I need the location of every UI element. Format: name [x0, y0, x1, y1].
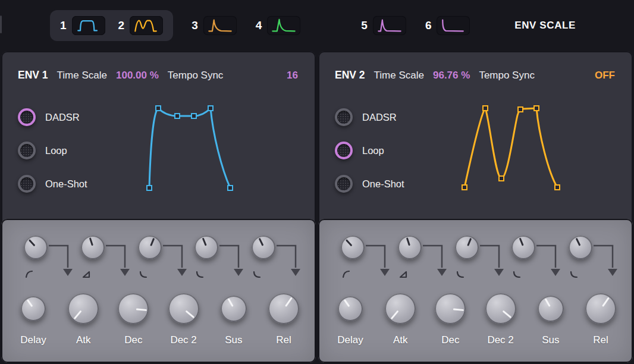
env-tab-group-1-2: 1 2: [50, 10, 173, 41]
env2-knob-section: DelayAtkDecDec 2SusRel: [318, 219, 633, 363]
env-tab-5[interactable]: 5: [357, 14, 410, 37]
env-tab-group-3-4: 3 4: [187, 14, 305, 37]
dec-knob[interactable]: [435, 293, 466, 324]
flow-arrow-icon: [162, 243, 188, 278]
env-tab-4[interactable]: 4: [252, 14, 305, 37]
curve-knob-4[interactable]: [194, 236, 218, 259]
env-4-thumbnail: [267, 16, 300, 35]
curve-knob-4[interactable]: [511, 236, 535, 259]
mode-label: Loop: [45, 145, 67, 156]
radio-icon[interactable]: [18, 108, 36, 126]
sus-knob[interactable]: [221, 296, 247, 322]
stage-knob-unit: Sus: [526, 290, 576, 346]
flow-arrow-icon: [592, 243, 619, 278]
knob-label: Sus: [225, 334, 242, 346]
knob-label: Rel: [276, 334, 291, 346]
env2-panel: ENV 2 Time Scale 96.76 % Tempo Sync OFF …: [318, 51, 633, 363]
stage-knob-unit: Delay: [8, 290, 58, 346]
time-scale-label: Time Scale: [374, 70, 424, 81]
flow-arrow-icon: [535, 243, 561, 278]
env-tab-group-5-6: 5 6: [357, 14, 474, 37]
env1-mode-list: DADSRLoopOne-Shot: [18, 108, 87, 193]
radio-icon[interactable]: [335, 175, 353, 193]
knob-label: Dec: [124, 334, 142, 346]
curve-knob-2[interactable]: [398, 236, 422, 259]
curve-knob-1[interactable]: [341, 236, 365, 259]
time-scale-value[interactable]: 96.76 %: [433, 70, 470, 81]
mode-dadsr[interactable]: DADSR: [335, 108, 404, 126]
envelope-panels: ENV 1 Time Scale 100.00 % Tempo Sync 16 …: [0, 51, 634, 363]
edge-tick: [0, 15, 2, 33]
flow-arrow-icon: [48, 243, 74, 278]
curve-knob-unit-3: [451, 232, 505, 296]
envelope-display[interactable]: [454, 98, 563, 200]
curve-knob-3[interactable]: [455, 236, 479, 259]
knob-label: Delay: [337, 334, 363, 346]
env-tab-3[interactable]: 3: [187, 14, 241, 37]
sus-knob[interactable]: [538, 296, 564, 322]
env-tab-6-number: 6: [425, 19, 432, 32]
curve-knob-2[interactable]: [81, 236, 105, 259]
mode-label: Loop: [362, 145, 384, 156]
tempo-sync-label: Tempo Sync: [479, 70, 535, 81]
stage-knob-unit: Dec: [108, 290, 158, 346]
curve-knob-5[interactable]: [252, 236, 275, 259]
radio-icon[interactable]: [335, 142, 353, 159]
curve-down-icon: [513, 270, 521, 278]
envelope-tab-bar: 1 2 3 4 5 6 ENV SCALE: [0, 0, 634, 51]
curve-down-icon: [196, 270, 204, 278]
curve-knob-3[interactable]: [138, 236, 162, 259]
radio-icon[interactable]: [335, 108, 353, 126]
flow-arrow-icon: [218, 243, 244, 278]
delay-knob[interactable]: [338, 296, 363, 321]
curve-up-icon: [25, 270, 33, 278]
env2-header: ENV 2 Time Scale 96.76 % Tempo Sync OFF: [318, 51, 633, 81]
env-tab-6[interactable]: 6: [421, 14, 475, 37]
knob-label: Atk: [393, 334, 408, 346]
dec-2-knob[interactable]: [168, 293, 199, 324]
atk-knob[interactable]: [385, 293, 416, 324]
curve-knob-unit-4: [191, 232, 244, 296]
flow-arrow-icon: [479, 243, 505, 278]
time-scale-value[interactable]: 100.00 %: [116, 70, 159, 81]
flow-arrow-icon: [365, 243, 391, 278]
curve-knob-unit-4: [508, 232, 561, 296]
mode-dadsr[interactable]: DADSR: [18, 108, 87, 126]
mode-one-shot[interactable]: One-Shot: [335, 175, 404, 193]
mode-label: One-Shot: [45, 178, 87, 190]
env-1-thumbnail: [72, 16, 105, 35]
dec-2-knob[interactable]: [485, 293, 516, 324]
radio-icon[interactable]: [18, 142, 36, 159]
dec-knob[interactable]: [118, 293, 149, 324]
rel-knob[interactable]: [268, 293, 299, 324]
tempo-sync-value[interactable]: 16: [287, 70, 298, 81]
envelope-display[interactable]: [137, 98, 246, 200]
delay-knob[interactable]: [21, 296, 46, 321]
env-tab-1[interactable]: 1: [56, 14, 109, 37]
atk-knob[interactable]: [68, 293, 99, 324]
curve-down-icon: [139, 270, 147, 278]
curve-knob-unit-3: [134, 232, 188, 296]
radio-icon[interactable]: [18, 175, 36, 193]
curve-knob-unit-5: [565, 232, 619, 296]
env-tab-5-number: 5: [361, 19, 368, 32]
env-title: ENV 2: [335, 69, 365, 81]
env1-curve-knob-row: [20, 232, 302, 296]
env-tab-3-number: 3: [192, 19, 198, 32]
mode-loop[interactable]: Loop: [18, 142, 87, 159]
env2-mode-list: DADSRLoopOne-Shot: [335, 108, 404, 193]
flow-arrow-icon: [105, 243, 131, 278]
curve-down-icon: [456, 270, 464, 278]
tempo-sync-value[interactable]: OFF: [595, 70, 615, 81]
curve-up-icon: [342, 270, 350, 278]
mode-one-shot[interactable]: One-Shot: [18, 175, 87, 193]
triangle-icon: [399, 270, 407, 278]
env-tab-2[interactable]: 2: [114, 14, 168, 37]
mode-loop[interactable]: Loop: [335, 142, 404, 159]
curve-knob-1[interactable]: [24, 236, 48, 259]
tempo-sync-label: Tempo Sync: [168, 70, 224, 81]
curve-knob-unit-1: [337, 232, 391, 296]
rel-knob[interactable]: [585, 293, 616, 324]
knob-label: Delay: [20, 334, 46, 346]
curve-knob-5[interactable]: [569, 236, 592, 259]
